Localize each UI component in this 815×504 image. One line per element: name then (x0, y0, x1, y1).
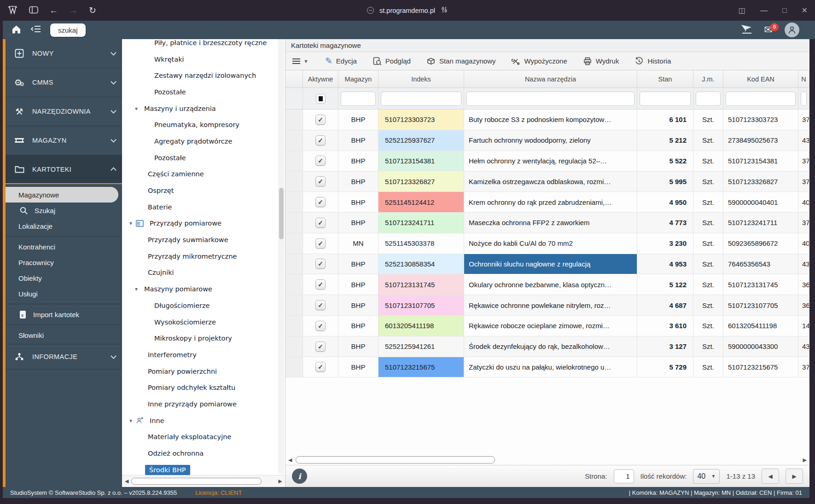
tree-horizontal-scrollbar[interactable]: ◀ ▶ (122, 475, 285, 487)
nazwa-cell[interactable]: Fartuch ochronny wodoodporny, zielony (464, 130, 637, 151)
tree-item[interactable]: Materiały eksploatacyjne (122, 429, 285, 446)
table-row[interactable]: BHP 5107123107705 Rękawice ochronne powl… (285, 295, 809, 316)
tree-item[interactable]: Inne przyrządy pomiarowe (122, 396, 285, 412)
table-horizontal-scrollbar-thumb[interactable] (296, 456, 495, 463)
active-cell[interactable] (303, 254, 338, 274)
preview-button[interactable]: Podgląd (367, 54, 416, 68)
maximize-icon[interactable]: □ (782, 6, 787, 15)
filter-cell-nazwa[interactable] (464, 88, 637, 109)
scroll-left-icon[interactable]: ◀ (288, 458, 292, 463)
table-row[interactable]: BHP 5252125941261 Środek dezynfekujący d… (285, 336, 809, 357)
table-row[interactable]: BHP 5252125937627 Fartuch ochronny wodoo… (285, 130, 809, 151)
user-avatar[interactable] (785, 23, 799, 37)
row-selector-cell[interactable] (285, 254, 303, 274)
split-window-icon[interactable]: ◫ (739, 6, 745, 15)
nazwa-cell[interactable]: Rękawice robocze ocieplane zimowe, rozmi… (464, 316, 637, 336)
row-selector-cell[interactable] (285, 295, 303, 315)
filter-cell-indeks[interactable] (378, 88, 464, 109)
address-bar[interactable]: st.programdemo.pl (367, 0, 448, 21)
table-horizontal-scrollbar[interactable]: ◀ ▶ (285, 455, 809, 465)
tree-item[interactable]: Baterie (122, 199, 285, 215)
filter-cell-aktywne[interactable] (303, 88, 338, 109)
active-checkbox[interactable] (315, 362, 326, 372)
tree-expand-arrow[interactable]: ▾ (135, 105, 138, 112)
magazyn-filter-input[interactable] (341, 92, 376, 106)
column-header-partial[interactable]: N (798, 70, 809, 88)
sidebar-subitem[interactable]: Usługi (6, 286, 122, 301)
active-checkbox[interactable] (315, 321, 326, 331)
active-cell[interactable] (303, 110, 338, 130)
column-header-jm[interactable]: J.m. (693, 70, 723, 88)
sidebar-subitem[interactable]: x Import kartotek (6, 307, 122, 322)
nazwa-cell[interactable]: Kamizelka ostrzegawcza odblaskowa, rozmi… (464, 171, 637, 191)
tree-item[interactable]: Czujniki (122, 265, 285, 281)
borrowed-button[interactable]: Wypożyczone (506, 54, 572, 68)
tree-item[interactable]: Osprzęt (122, 182, 285, 199)
tree-item[interactable]: ▾ Maszyny pomiarowe (122, 281, 285, 297)
sidebar-item-cmms[interactable]: ⚙⚙ CMMS (6, 68, 122, 97)
active-checkbox[interactable] (315, 238, 326, 249)
previous-page-button[interactable]: ◀ (762, 469, 779, 484)
filter-cell-jm[interactable] (693, 88, 723, 109)
sidebar-subitem[interactable]: Kontrahenci (6, 239, 122, 255)
tree-item[interactable]: Pomiary odchyłek kształtu (122, 379, 285, 396)
column-header-stan[interactable]: Stan (637, 70, 693, 88)
scroll-left-icon[interactable]: ◀ (125, 479, 128, 484)
tree-item[interactable]: Pozostałe (122, 84, 285, 100)
table-row[interactable]: BHP 5252130858354 Ochronniki słuchu nagł… (285, 254, 809, 275)
active-checkbox[interactable] (315, 115, 326, 125)
active-cell[interactable] (303, 295, 338, 315)
active-checkbox[interactable] (315, 197, 326, 207)
records-per-page-select[interactable]: 40▼ (693, 469, 720, 484)
sidebar-subitem[interactable]: Lokalizacje (6, 218, 122, 234)
tree-item[interactable]: Wysokościomierze (122, 314, 285, 330)
filter-cell-ean[interactable] (723, 88, 798, 109)
tree-item[interactable]: ▾ Inne (122, 412, 285, 429)
table-row[interactable]: MN 5251145303378 Nożyce do kabli Cu/Al d… (285, 233, 809, 254)
send-plane-icon[interactable] (740, 24, 752, 36)
table-row[interactable]: BHP 5107123215675 Zatyczki do uszu na pa… (285, 357, 809, 378)
nazwa-cell[interactable]: Środek dezynfekujący do rąk, bezalkoholo… (464, 336, 637, 357)
row-selector-cell[interactable] (285, 357, 303, 377)
tree-horizontal-scrollbar-thumb[interactable] (131, 478, 262, 485)
table-row[interactable]: BHP 5107123154381 Hełm ochronny z wentyl… (285, 151, 809, 172)
tree-item[interactable]: Zestawy narzędzi izolowanych (122, 67, 285, 84)
column-header[interactable] (285, 70, 303, 88)
row-selector-cell[interactable] (285, 110, 303, 130)
nazwa-filter-input[interactable] (466, 92, 635, 106)
table-row[interactable]: BHP 5107123326827 Kamizelka ostrzegawcza… (285, 171, 809, 192)
tree-item[interactable]: Przyrządy suwmiarkowe (122, 232, 285, 248)
nazwa-cell[interactable]: Zatyczki do uszu na pałąku, wielokrotneg… (464, 357, 637, 377)
forward-icon[interactable]: → (69, 6, 78, 15)
active-cell[interactable] (303, 274, 338, 295)
active-checkbox[interactable] (315, 135, 326, 145)
tree-item[interactable]: ▾ Przyrządy pomiarowe (122, 215, 285, 232)
tree-item[interactable]: Pomiary powierzchni (122, 363, 285, 380)
active-checkbox[interactable] (315, 218, 326, 228)
sidebar-subitem[interactable]: Szukaj (6, 203, 122, 218)
sliders-icon[interactable] (441, 6, 448, 15)
table-row[interactable]: BHP 5107123131745 Okulary ochronne bezba… (285, 274, 809, 295)
row-selector-cell[interactable] (285, 151, 303, 171)
next-page-button[interactable]: ▶ (786, 469, 803, 484)
nazwa-cell[interactable]: Krem ochronny do rąk przed zabrudzeniami… (464, 192, 637, 212)
tree-item[interactable]: Części zamienne (122, 166, 285, 183)
page-input[interactable] (614, 469, 634, 483)
table-row[interactable]: BHP 5107123303723 Buty robocze S3 z podn… (285, 110, 809, 130)
sidebar-item-magazyn[interactable]: MAGAZYN (6, 126, 122, 155)
sidebar-subitem[interactable]: Obiekty (6, 270, 122, 286)
print-button[interactable]: Wydruk (577, 54, 625, 68)
partial-filter-input[interactable] (801, 92, 807, 106)
tree-vertical-scrollbar-thumb[interactable] (279, 188, 284, 239)
column-header-ean[interactable]: Kod EAN (723, 70, 798, 88)
active-checkbox[interactable] (315, 259, 326, 269)
filter-cell-partial[interactable] (798, 88, 809, 109)
active-checkbox[interactable] (315, 342, 326, 352)
tree-item[interactable]: Agregaty prądotwórcze (122, 133, 285, 150)
sidebar-item-informacje[interactable]: INFORMACJE (6, 344, 122, 370)
url-text[interactable]: st.programdemo.pl (379, 7, 435, 14)
scroll-right-icon[interactable]: ▶ (803, 458, 807, 463)
active-cell[interactable] (303, 357, 338, 377)
column-header-indeks[interactable]: Indeks (378, 70, 464, 88)
tree-item[interactable]: Piły, płatnice i brzeszczoty ręczne (122, 39, 285, 51)
